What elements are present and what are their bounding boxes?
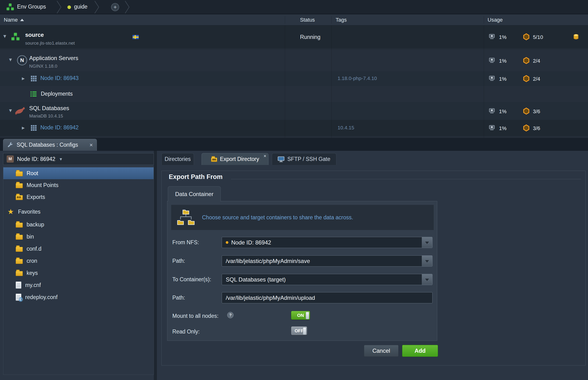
path-to-input[interactable]: /var/lib/jelastic/phpMyAdmin/upload: [222, 292, 433, 303]
node-selector[interactable]: M Node ID: 86942 ▾: [3, 153, 154, 165]
tree-item-mount-points[interactable]: Mount Points: [3, 179, 153, 191]
add-env-group-button[interactable]: +: [111, 3, 119, 11]
nodes-count: 5/10: [533, 34, 543, 40]
env-row-source[interactable]: ▾ source source.jls-sto1.elastx.net Runn…: [0, 25, 588, 48]
chevron-down-icon: [425, 242, 429, 246]
mariadb-node-icon: M: [7, 155, 14, 163]
expand-caret-icon[interactable]: ▸: [22, 76, 25, 81]
nodes-count: 2/4: [533, 58, 540, 64]
deployments-icon: [30, 91, 37, 97]
mount-all-nodes-label: Mount to all nodes:: [172, 313, 218, 319]
column-header-status[interactable]: Status: [300, 17, 315, 23]
node-id-link[interactable]: Node ID: 86943: [40, 75, 78, 81]
collapse-caret-icon[interactable]: ▾: [3, 33, 6, 39]
from-nfs-select[interactable]: Node ID: 86942: [222, 237, 433, 248]
mount-all-nodes-toggle[interactable]: ON: [291, 311, 310, 320]
dropdown-button[interactable]: [422, 237, 432, 248]
breadcrumb-env-groups[interactable]: Env Groups: [17, 3, 46, 10]
tree-item-conf-d[interactable]: conf.d: [3, 243, 153, 255]
folder-icon: [16, 235, 23, 240]
tab-sftp-ssh-gate[interactable]: SFTP / SSH Gate: [272, 153, 336, 165]
tree-section-favorites[interactable]: ★ Favorites: [3, 206, 153, 218]
tree-item-backup[interactable]: backup: [3, 219, 153, 230]
help-icon[interactable]: ?: [227, 312, 234, 318]
nginx-letter: N: [20, 57, 24, 63]
nodes-hexagon-icon: [523, 33, 530, 40]
env-row-node-86942[interactable]: ▸ Node ID: 86942 10.4.15 1% 3/6: [0, 120, 588, 136]
tree-item-label: keys: [27, 270, 38, 276]
cancel-button[interactable]: Cancel: [364, 345, 398, 357]
expand-caret-icon[interactable]: ▸: [22, 125, 25, 131]
node-tag: 1.18.0-php-7.4.10: [338, 76, 377, 81]
read-only-toggle[interactable]: OFF: [291, 326, 307, 335]
column-header-usage[interactable]: Usage: [488, 17, 503, 23]
tab-label: SFTP / SSH Gate: [287, 156, 330, 162]
from-nfs-value-wrap: Node ID: 86942: [222, 239, 422, 246]
add-button[interactable]: Add: [402, 345, 438, 357]
tree-item-my-cnf[interactable]: my.cnf: [3, 279, 153, 291]
tab-sql-databases-configs[interactable]: SQL Databases : Configs ×: [3, 139, 97, 151]
column-separator: [484, 25, 484, 138]
column-separator: [285, 25, 285, 138]
env-status-dot-icon: [67, 5, 71, 9]
tree-item-bin[interactable]: bin: [3, 231, 153, 243]
cpu-usage-value: 1%: [499, 109, 507, 115]
column-separator: [285, 16, 285, 24]
cpu-usage-icon: [489, 125, 495, 130]
cpu-usage-icon: [489, 58, 495, 63]
tree-item-redeploy-conf[interactable]: ⚙ redeploy.conf: [3, 291, 153, 303]
tree-item-label: redeploy.conf: [25, 294, 57, 301]
env-groups-icon[interactable]: [6, 3, 14, 11]
billing-coins-icon[interactable]: [573, 34, 579, 39]
column-separator: [484, 16, 484, 24]
exports-folder-icon: [16, 195, 23, 200]
nodes-hexagon-icon: [523, 108, 530, 115]
tree-item-label: backup: [27, 221, 44, 228]
close-icon[interactable]: ×: [90, 142, 93, 148]
breadcrumb-guide-tab[interactable]: guide: [74, 3, 87, 10]
dropdown-button[interactable]: [422, 274, 432, 285]
dropdown-button[interactable]: [422, 256, 432, 266]
tree-item-root[interactable]: Root: [3, 167, 153, 179]
tree-item-exports[interactable]: Exports: [3, 191, 153, 203]
cpu-usage-value: 1%: [499, 34, 507, 40]
tab-data-container[interactable]: Data Container: [168, 186, 221, 202]
nodes-count: 3/6: [533, 125, 540, 132]
path-from-select[interactable]: /var/lib/jelastic/phpMyAdmin/save: [222, 255, 433, 266]
tab-export-directory[interactable]: Export Directory ×: [202, 153, 268, 165]
hint-box: Choose source and target containers to s…: [171, 205, 434, 230]
env-row-deployments[interactable]: Deployments: [0, 86, 588, 102]
tree-item-label: cron: [27, 258, 37, 264]
env-row-node-86943[interactable]: ▸ Node ID: 86943 1.18.0-php-7.4.10 1% 2/…: [0, 71, 588, 86]
close-icon[interactable]: ×: [264, 153, 266, 158]
tree-item-cron[interactable]: cron: [3, 255, 153, 267]
panel-splitter[interactable]: [154, 151, 157, 380]
cpu-usage-icon: [489, 34, 495, 39]
tree-item-label: Exports: [27, 194, 45, 200]
folder-icon: [16, 259, 23, 264]
tab-directories[interactable]: Directories: [161, 153, 194, 165]
to-containers-value: SQL Databases (target): [226, 276, 286, 283]
column-header-tags[interactable]: Tags: [336, 17, 347, 23]
app-window: Env Groups guide + Name Status Tags Usag…: [0, 0, 588, 380]
tree-item-keys[interactable]: keys: [3, 267, 153, 279]
region-flag-icon: [133, 35, 139, 39]
gear-icon: ⚙: [18, 297, 23, 302]
to-containers-select[interactable]: SQL Databases (target): [222, 274, 433, 285]
tab-label: SQL Databases : Configs: [17, 142, 78, 148]
tab-label: Directories: [165, 156, 191, 162]
node-group-stack: NGINX 1.18.0: [29, 64, 57, 69]
favorites-label: Favorites: [18, 209, 41, 215]
env-row-application-servers[interactable]: ▾ N Application Servers NGINX 1.18.0 1% …: [0, 50, 588, 71]
env-row-sql-databases[interactable]: ▾ SQL Databases MariaDB 10.4.15 1% 3/6: [0, 102, 588, 120]
column-header-name[interactable]: Name: [4, 17, 24, 23]
folder-icon: [16, 271, 23, 276]
collapse-caret-icon[interactable]: ▾: [9, 108, 12, 113]
collapse-caret-icon[interactable]: ▾: [9, 57, 12, 62]
legend-line: [231, 179, 581, 179]
from-nfs-label: From NFS:: [172, 239, 199, 246]
deployments-link[interactable]: Deployments: [41, 91, 73, 97]
export-directory-icon: [211, 158, 217, 162]
breadcrumb-bar: Env Groups guide +: [0, 0, 588, 14]
node-id-link[interactable]: Node ID: 86942: [40, 124, 78, 131]
